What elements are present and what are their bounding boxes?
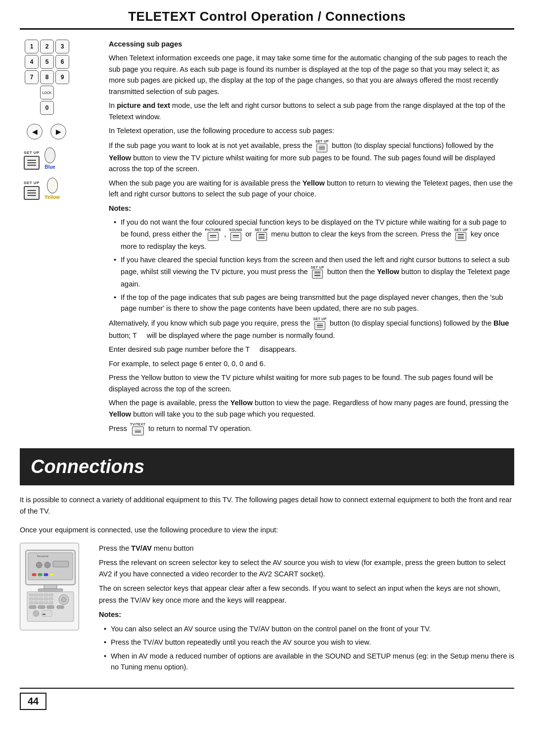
key-3: 3	[55, 40, 69, 53]
svg-rect-24	[34, 602, 38, 604]
right-arrow-btn: ▶	[50, 124, 66, 140]
svg-rect-10	[44, 585, 57, 589]
svg-text:Panasonic: Panasonic	[37, 555, 49, 558]
svg-point-4	[44, 562, 50, 568]
sound-inline-icon: SOUND	[229, 228, 242, 241]
oval-blue-btn	[44, 147, 55, 163]
key-1: 1	[25, 40, 39, 53]
setup-inline-icon-4: SET UP	[311, 266, 324, 279]
section-top: 1 2 3 4 5 6 7 8 9 LOCK 0 ◀ ▶	[20, 39, 514, 438]
notes-label-1: Notes:	[109, 203, 514, 214]
svg-rect-14	[34, 594, 38, 596]
connections-step1: Press the TV/AV menu button	[99, 543, 514, 554]
para-2: In picture and text mode, use the left a…	[109, 100, 514, 122]
right-column: Accessing sub pages When Teletext inform…	[109, 39, 514, 438]
tv-svg: Panasonic	[23, 546, 78, 625]
para-enter: Enter desired sub page number before the…	[109, 344, 514, 355]
svg-rect-33	[57, 606, 64, 609]
setup-btn-yellow: SET UP	[24, 181, 40, 200]
connections-step3: The on screen selector keys that appear …	[99, 583, 514, 606]
svg-rect-17	[49, 594, 53, 596]
svg-rect-20	[39, 598, 43, 600]
set-up-label-1: SET UP	[24, 150, 40, 155]
key-0: 0	[40, 101, 54, 115]
setup-inline-icon-1: SET UP	[315, 140, 329, 152]
page-wrapper: TELETEXT Control Operation / Connections…	[0, 0, 534, 756]
para-when-available: When the page is available, press the Ye…	[109, 397, 514, 420]
setup-yellow-group: SET UP Yellow	[24, 178, 60, 200]
connections-intro-1: It is possible to connect a variety of a…	[20, 494, 514, 517]
svg-rect-21	[44, 598, 48, 600]
connections-title: Connections	[31, 456, 503, 477]
setup-inline-icon-3: SET UP	[454, 228, 468, 241]
para-press-yellow-1: Press the Yellow button to view the TV p…	[109, 372, 514, 394]
svg-rect-30	[29, 606, 36, 609]
connections-note-1: You can also select an AV source using t…	[104, 623, 514, 634]
page-number-bar: 44	[20, 688, 514, 710]
key-6: 6	[55, 55, 69, 69]
connections-text-col: Press the TV/AV menu button Press the re…	[99, 543, 514, 676]
para-example: For example, to select page 6 enter 0, 0…	[109, 358, 514, 369]
svg-rect-32	[47, 606, 54, 609]
setup-btn-blue: SET UP	[24, 150, 40, 170]
para-alternatively: Alternatively, if you know which sub pag…	[109, 317, 514, 341]
svg-rect-6	[32, 573, 36, 576]
para-5: When the sub page you are waiting for is…	[109, 178, 514, 200]
left-column: 1 2 3 4 5 6 7 8 9 LOCK 0 ◀ ▶	[20, 39, 99, 438]
svg-rect-27	[49, 602, 53, 604]
svg-rect-16	[44, 594, 48, 596]
svg-rect-34	[33, 611, 39, 616]
yellow-label: Yellow	[44, 194, 60, 200]
notes-list-1: If you do not want the four coloured spe…	[109, 217, 514, 314]
svg-rect-19	[34, 598, 38, 600]
accessing-heading: Accessing sub pages	[109, 39, 514, 49]
tvtext-inline-icon: TV/TEXT	[130, 423, 145, 435]
note-1: If you do not want the four coloured spe…	[114, 217, 514, 252]
connections-step2: Press the relevant on screen selector ke…	[99, 557, 514, 580]
key-5: 5	[40, 55, 54, 69]
setup-inline-icon-2: SET UP	[255, 228, 268, 241]
setup-blue-group: SET UP Blue	[24, 147, 55, 170]
svg-rect-7	[38, 573, 42, 576]
svg-rect-15	[39, 594, 43, 596]
note-2: If you have cleared the special function…	[114, 254, 514, 289]
svg-text:■■: ■■	[43, 613, 45, 615]
set-up-label-2: SET UP	[24, 181, 40, 185]
setup-inline-icon-5: SET UP	[313, 317, 327, 330]
menu-icon-sq-1	[24, 156, 40, 170]
tv-drawing: Panasonic	[20, 543, 79, 630]
note-3: If the top of the page indicates that su…	[114, 292, 514, 314]
connections-content: Panasonic	[20, 543, 514, 676]
key-7: 7	[25, 70, 39, 84]
key-2: 2	[40, 40, 54, 53]
page-title: TELETEXT Control Operation / Connections	[20, 9, 514, 24]
connections-note-3: When in AV mode a reduced number of opti…	[104, 651, 514, 673]
connections-notes-list: You can also select an AV source using t…	[99, 623, 514, 673]
key-8: 8	[40, 70, 54, 84]
arrow-keys: ◀ ▶	[27, 124, 66, 140]
key-9: 9	[55, 70, 69, 84]
key-4: 4	[25, 55, 39, 69]
svg-rect-31	[38, 606, 45, 609]
svg-rect-26	[44, 602, 48, 604]
svg-rect-5	[53, 561, 69, 567]
oval-yellow-btn	[47, 178, 58, 193]
key-lock: LOCK	[40, 86, 54, 99]
tv-image-col: Panasonic	[20, 543, 89, 676]
numpad: 1 2 3 4 5 6 7 8 9 LOCK 0	[25, 40, 69, 115]
para-3: In Teletext operation, use the following…	[109, 125, 514, 136]
connections-intro-2: Once your equipment is connected, use th…	[20, 524, 514, 536]
top-title-bar: TELETEXT Control Operation / Connections	[20, 0, 514, 30]
svg-rect-8	[44, 573, 48, 576]
svg-rect-13	[29, 594, 33, 596]
svg-rect-11	[38, 589, 63, 591]
svg-rect-18	[29, 598, 33, 600]
oval-blue-btn-group: Blue	[44, 147, 55, 170]
svg-point-3	[36, 562, 42, 568]
svg-rect-22	[49, 598, 53, 600]
picture-inline-icon: PICTURE	[205, 228, 221, 241]
para-press-tvtext: Press TV/TEXT to return to normal TV ope…	[109, 423, 514, 435]
blue-label: Blue	[44, 164, 55, 170]
svg-rect-9	[50, 573, 54, 576]
menu-icon-sq-2	[24, 186, 40, 200]
